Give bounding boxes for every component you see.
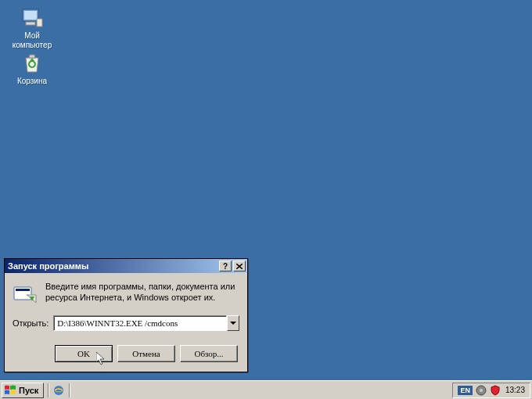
svg-rect-1 <box>24 11 37 20</box>
open-input[interactable] <box>53 315 227 331</box>
cancel-button[interactable]: Отмена <box>117 345 175 362</box>
taskbar: Пуск EN 13:23 <box>0 380 532 399</box>
windows-logo-icon <box>4 384 16 397</box>
ie-icon <box>52 384 65 397</box>
desktop-icon-recycle-bin[interactable]: Корзина <box>5 50 59 86</box>
browse-button[interactable]: Обзор... <box>180 345 238 362</box>
svg-rect-3 <box>37 19 42 27</box>
dropdown-button[interactable] <box>227 315 239 331</box>
ok-button[interactable]: OK <box>55 345 113 362</box>
run-dialog: Запуск программы ? Введите имя программы… <box>4 258 248 372</box>
open-combobox <box>53 315 239 331</box>
language-indicator[interactable]: EN <box>458 386 473 395</box>
svg-point-9 <box>480 389 483 392</box>
help-button[interactable]: ? <box>219 261 232 271</box>
svg-rect-2 <box>26 22 35 25</box>
recycle-bin-icon <box>20 50 45 75</box>
start-label: Пуск <box>19 386 38 395</box>
close-button[interactable] <box>233 261 246 271</box>
dialog-instruction: Введите имя программы, папки, документа … <box>45 281 239 306</box>
desktop-icon-label: Мойкомпьютер <box>5 31 59 50</box>
clock[interactable]: 13:23 <box>505 386 525 394</box>
dialog-title: Запуск программы <box>8 261 217 271</box>
close-icon <box>236 264 243 269</box>
tray-icon-shield[interactable] <box>490 385 501 396</box>
tray-icon-disc[interactable] <box>476 385 487 396</box>
system-tray: EN 13:23 <box>452 383 530 398</box>
my-computer-icon <box>20 5 45 30</box>
svg-rect-5 <box>16 289 30 291</box>
run-dialog-icon <box>13 281 38 306</box>
start-button[interactable]: Пуск <box>2 383 44 398</box>
separator <box>69 383 70 397</box>
desktop-icon-label: Корзина <box>5 77 59 86</box>
separator <box>48 383 49 397</box>
titlebar[interactable]: Запуск программы ? <box>5 259 247 273</box>
desktop-icon-my-computer[interactable]: Мойкомпьютер <box>5 5 59 50</box>
quick-launch-ie[interactable] <box>51 383 66 398</box>
open-label: Открыть: <box>13 318 49 328</box>
